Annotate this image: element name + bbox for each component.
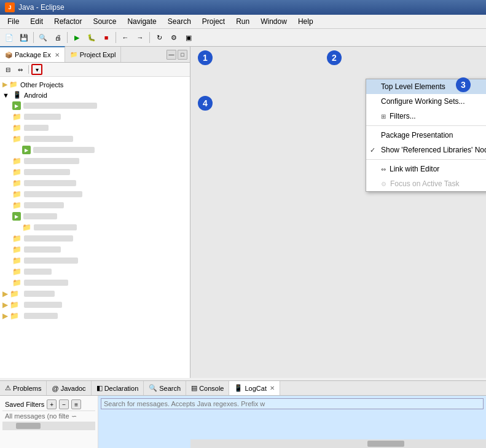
tab-search[interactable]: 🔍 Search [144,381,186,395]
menu-link-with-editor[interactable]: ⇔ Link with Editor [366,162,486,176]
menu-help[interactable]: Help [293,16,318,27]
tab-package-explorer[interactable]: 📦 Package Ex ✕ [0,46,65,62]
list-item[interactable]: ▶ [0,211,190,222]
pkg-icon: ▶ [12,101,21,110]
search-label: Search [159,385,181,392]
view-menu-dropdown-btn[interactable]: ▾ [31,64,42,75]
list-item[interactable]: 📁 [0,233,190,244]
package-tree[interactable]: ▶ 📁 Other Projects ▼ 📱 Android ▶ 📁 📁 [0,77,190,378]
window-button[interactable]: ▣ [182,31,195,44]
maximize-panel-btn[interactable]: □ [178,50,187,60]
list-item[interactable]: 📁 [0,167,190,178]
list-item[interactable]: 📁 [0,222,190,233]
run-button[interactable]: ▶ [70,31,84,44]
top-level-elements-label: Top Level Elements [381,82,445,91]
new-button[interactable]: 📄 [2,31,16,44]
blurred-label [34,224,77,230]
menu-file[interactable]: File [2,16,24,27]
menu-show-referenced-libs[interactable]: ✓ Show 'Referenced Libraries' Node [366,143,486,157]
horizontal-scrollbar[interactable] [2,422,95,430]
list-item[interactable]: 📁 [0,255,190,266]
declaration-label: Declaration [104,385,139,392]
menu-source[interactable]: Source [88,16,121,27]
tab-console[interactable]: ▤ Console [186,381,229,395]
menu-top-level-elements[interactable]: Top Level Elements ▶ Projects Working Se… [366,79,486,94]
search-icon: 🔍 [149,384,157,392]
list-item[interactable]: 📁 [0,133,190,144]
list-item[interactable]: ▶ 📁 [0,299,190,310]
menu-navigate[interactable]: Navigate [122,16,161,27]
blurred-label [24,191,82,197]
next-button[interactable]: → [133,31,147,44]
tab-logcat[interactable]: 📱 LogCat ✕ [229,381,280,395]
collapse-all-btn[interactable]: ⊟ [2,64,14,75]
list-item[interactable]: 📁 [0,178,190,189]
logcat-icon: 📱 [234,384,243,392]
stop-button[interactable]: ■ [100,31,113,44]
folder-icon: 📁 [12,234,22,243]
proj-explorer-icon: 📁 [70,51,77,58]
prev-button[interactable]: ← [119,31,132,44]
filter-list-item[interactable]: All messages (no filte ∽ [2,411,95,422]
list-item[interactable]: ▶ [0,144,190,155]
menu-filters[interactable]: ⊞ Filters... [366,109,486,124]
bottom-scrollbar-h[interactable] [190,439,486,448]
pkg-icon: ▶ [22,146,31,154]
pkg-explorer-icon: 📦 [5,52,12,58]
list-item[interactable]: 📁 [0,277,190,288]
list-item[interactable]: 📁 [0,200,190,211]
android-folder-icon: 📱 [13,91,22,99]
logcat-close-icon[interactable]: ✕ [270,385,275,391]
menu-project[interactable]: Project [197,16,230,27]
list-item[interactable]: 📁 [0,189,190,200]
minimize-panel-btn[interactable]: — [167,50,176,60]
folder-icon: 📁 [12,245,22,254]
refresh-button[interactable]: ↻ [152,31,166,44]
blurred-label [24,313,58,319]
folder-icon: 📁 [12,190,22,198]
tree-item-android[interactable]: ▼ 📱 Android [0,90,190,100]
pkg-explorer-close[interactable]: ✕ [55,52,60,58]
build-button[interactable]: ⚙ [167,31,181,44]
menu-configure-working-sets[interactable]: Configure Working Sets... [366,94,486,109]
folder-icon-other: ▶ 📁 [2,81,18,88]
logcat-search-input[interactable] [101,398,484,409]
list-item[interactable]: ▶ 📁 [0,288,190,299]
tab-javadoc[interactable]: @ Javadoc [47,381,91,395]
tree-toolbar: ⊟ ⇔ ▾ [0,63,190,77]
link-editor-btn[interactable]: ⇔ [15,64,26,75]
menu-package-presentation[interactable]: Package Presentation ▶ [366,128,486,143]
blurred-label [24,180,76,186]
list-item[interactable]: ▶ [0,100,190,111]
menu-search[interactable]: Search [163,16,196,27]
list-item[interactable]: 📁 [0,244,190,255]
print-button[interactable]: 🖨 [51,31,65,44]
list-item[interactable]: ▶ 📁 [0,310,190,321]
config-filter-btn[interactable]: ≡ [71,399,81,409]
save-button[interactable]: 💾 [17,31,31,44]
tree-item-other-projects[interactable]: ▶ 📁 Other Projects [0,79,190,90]
menu-refactor[interactable]: Refactor [49,16,87,27]
show-ref-libs-label: Show 'Referenced Libraries' Node [381,146,486,154]
configure-ws-label: Configure Working Sets... [381,97,465,106]
menu-window[interactable]: Window [256,16,292,27]
menu-focus-active-task[interactable]: ⚙ Focus on Active Task [366,176,486,191]
tab-problems[interactable]: ⚠ Problems [0,381,47,395]
list-item[interactable]: 📁 [0,266,190,277]
menu-edit[interactable]: Edit [25,16,48,27]
list-item[interactable]: 📁 [0,122,190,133]
badge-1: 1 [198,50,213,65]
folder-icon: 📁 [12,124,22,132]
other-projects-label: Other Projects [20,81,63,88]
search-toolbar-btn[interactable]: 🔍 [36,31,50,44]
debug-button[interactable]: 🐛 [85,31,98,44]
remove-filter-btn[interactable]: − [59,399,69,409]
add-filter-btn[interactable]: + [47,399,57,409]
list-item[interactable]: 📁 [0,155,190,167]
menu-run[interactable]: Run [231,16,254,27]
list-item[interactable]: 📁 [0,111,190,122]
tab-project-explorer[interactable]: 📁 Project Expl [65,47,122,62]
tab-declaration[interactable]: ◧ Declaration [92,381,144,395]
blurred-label [24,158,79,164]
proj-explorer-label: Project Expl [80,51,116,58]
